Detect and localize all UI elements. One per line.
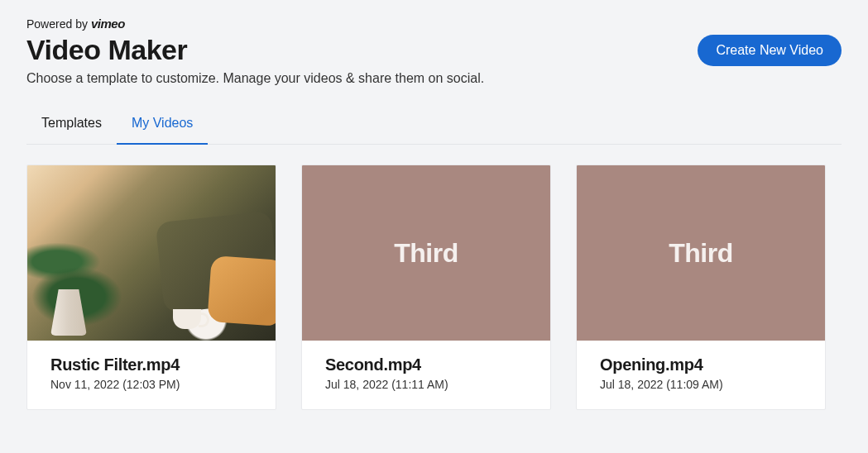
video-title: Rustic Filter.mp4 [50, 355, 252, 374]
video-card[interactable]: Third Second.mp4 Jul 18, 2022 (11:11 AM) [301, 165, 551, 410]
video-date: Jul 18, 2022 (11:11 AM) [325, 378, 527, 391]
video-thumbnail [27, 165, 276, 341]
page-subtitle: Choose a template to customize. Manage y… [26, 71, 842, 86]
video-date: Nov 11, 2022 (12:03 PM) [50, 378, 252, 391]
vimeo-logo: vimeo [91, 17, 125, 31]
thumbnail-overlay-text: Third [669, 238, 732, 269]
thumbnail-decor [173, 309, 201, 329]
thumbnail-decor [50, 289, 87, 336]
create-new-video-button[interactable]: Create New Video [698, 35, 842, 66]
video-title: Second.mp4 [325, 355, 527, 374]
powered-by-prefix: Powered by [26, 17, 88, 31]
video-card[interactable]: Third Opening.mp4 Jul 18, 2022 (11:09 AM… [576, 165, 826, 410]
video-thumbnail: Third [577, 165, 825, 341]
tab-my-videos[interactable]: My Videos [132, 116, 193, 144]
video-date: Jul 18, 2022 (11:09 AM) [600, 378, 802, 391]
tab-templates[interactable]: Templates [41, 116, 102, 144]
thumbnail-overlay-text: Third [394, 238, 458, 269]
video-grid: Rustic Filter.mp4 Nov 11, 2022 (12:03 PM… [26, 165, 842, 410]
tabs: Templates My Videos [26, 116, 842, 145]
video-title: Opening.mp4 [600, 355, 802, 374]
video-card[interactable]: Rustic Filter.mp4 Nov 11, 2022 (12:03 PM… [26, 165, 276, 410]
page-title: Video Maker [26, 34, 187, 66]
thumbnail-decor [207, 255, 276, 327]
video-thumbnail: Third [302, 165, 550, 341]
powered-by-label: Powered by vimeo [26, 17, 842, 31]
